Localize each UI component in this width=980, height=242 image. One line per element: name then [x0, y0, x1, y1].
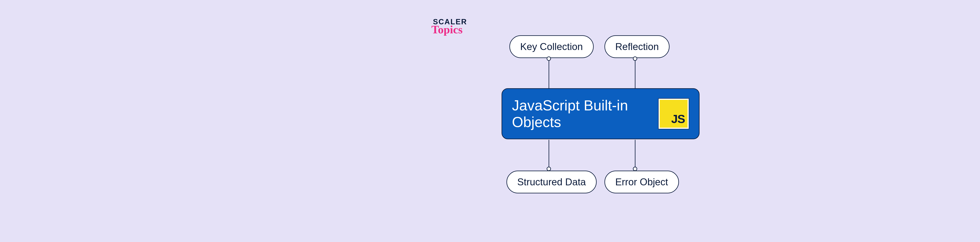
connector-dot [633, 56, 637, 61]
central-label: JavaScript Built-in Objects [512, 97, 658, 131]
central-node: JavaScript Built-in Objects JS [501, 88, 700, 139]
connector-line [549, 59, 549, 88]
connector-dot [633, 167, 637, 171]
node-label: Error Object [615, 177, 668, 188]
builtin-objects-diagram: Key Collection Reflection JavaScript Bui… [494, 35, 710, 212]
node-label: Reflection [615, 41, 659, 52]
connector-dot [547, 56, 551, 61]
node-label: Structured Data [517, 177, 586, 188]
js-badge-inner: JS [660, 100, 687, 128]
js-badge: JS [658, 98, 689, 129]
node-key-collection: Key Collection [509, 35, 594, 58]
scaler-topics-logo: SCALER Topics [433, 18, 467, 36]
connector-line [549, 140, 549, 170]
node-label: Key Collection [520, 41, 583, 52]
logo-subbrand-text: Topics [431, 23, 467, 36]
connector-line [635, 59, 635, 88]
node-error-object: Error Object [605, 170, 679, 193]
node-structured-data: Structured Data [506, 170, 597, 193]
connector-line [635, 140, 635, 170]
connector-dot [547, 167, 551, 171]
js-badge-text: JS [671, 112, 685, 126]
node-reflection: Reflection [605, 35, 670, 58]
